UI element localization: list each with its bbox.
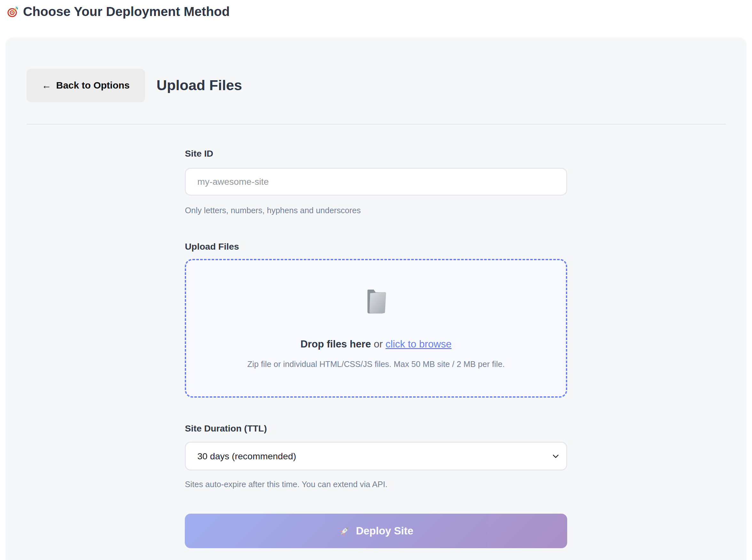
drop-instruction: Drop files here or click to browse	[300, 338, 452, 350]
ttl-label: Site Duration (TTL)	[185, 423, 567, 434]
panel-header: ← Back to Options Upload Files	[26, 69, 726, 102]
upload-files-label: Upload Files	[185, 241, 567, 252]
back-button-label: Back to Options	[56, 80, 130, 91]
browse-link[interactable]: click to browse	[385, 338, 452, 350]
back-arrow-icon: ←	[42, 80, 52, 91]
ttl-select-wrap: 30 days (recommended)	[185, 442, 567, 471]
dart-target-icon	[7, 5, 19, 18]
file-dropzone[interactable]: Drop files here or click to browse Zip f…	[185, 259, 567, 398]
panel-heading: Upload Files	[157, 77, 242, 94]
deployment-panel: ← Back to Options Upload Files Site ID O…	[6, 37, 746, 560]
ttl-hint: Sites auto-expire after this time. You c…	[185, 479, 567, 490]
deploy-button-label: Deploy Site	[356, 525, 413, 537]
deploy-site-button[interactable]: Deploy Site	[185, 514, 567, 548]
rocket-icon	[339, 525, 351, 537]
page-title: Choose Your Deployment Method	[7, 3, 752, 20]
back-button[interactable]: ← Back to Options	[26, 69, 145, 102]
upload-form: Site ID Only letters, numbers, hyphens a…	[185, 148, 567, 548]
ttl-select[interactable]: 30 days (recommended)	[185, 442, 567, 471]
folder-icon	[362, 287, 390, 316]
site-id-input[interactable]	[185, 168, 567, 196]
dropzone-hint: Zip file or individual HTML/CSS/JS files…	[248, 360, 505, 369]
page-title-text: Choose Your Deployment Method	[23, 3, 230, 20]
site-id-label: Site ID	[185, 148, 567, 159]
site-id-hint: Only letters, numbers, hyphens and under…	[185, 205, 567, 216]
drop-instruction-bold: Drop files here	[300, 338, 371, 350]
header-divider	[26, 124, 726, 125]
drop-instruction-or: or	[374, 338, 383, 350]
